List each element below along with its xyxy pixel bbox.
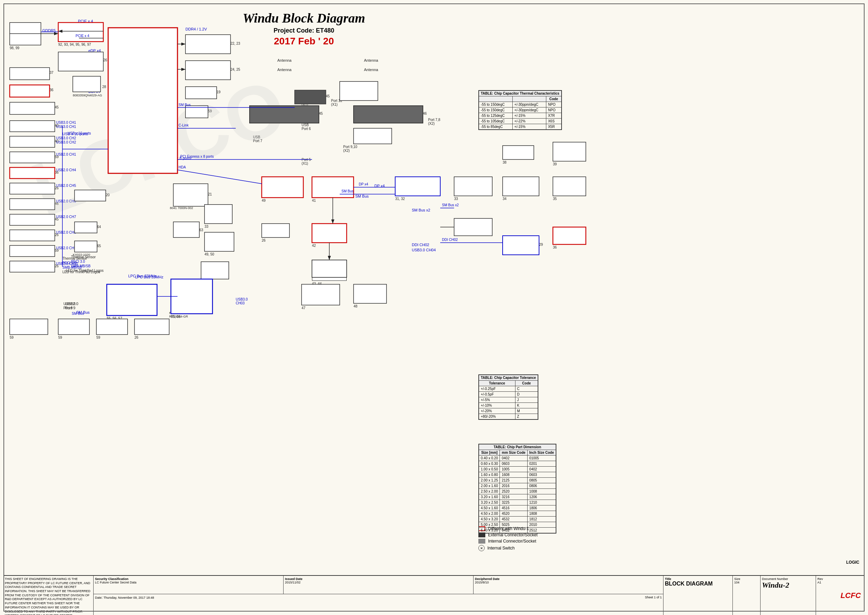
th-h2 <box>512 96 546 102</box>
intel-gbe-box: Intel GbE PHY JACKSONVILLE <box>312 177 354 198</box>
pd-r5c2: 2125 <box>500 478 527 483</box>
spi-tbt-box: SPI Flash TBT 4M <box>454 219 492 236</box>
usb30-2-box: USB3.0 AOU (USB2) <box>10 136 55 147</box>
th-r5c3: X5R <box>546 124 561 130</box>
usb-typec-right-port: 36 <box>553 245 557 249</box>
wigig-port: 45 <box>55 105 59 109</box>
pd-r1c3: 01005 <box>527 456 556 461</box>
mic-head-label: Microphone <box>208 236 230 242</box>
sm-bus-alpine: SM Bus <box>355 194 369 198</box>
pd-r3c2: 1005 <box>500 467 527 472</box>
svg-line-78 <box>178 170 262 184</box>
date-row: Date: Thursday, November 09, 2017 18:48 … <box>94 594 663 615</box>
lpc-bus-ann: LPC Bus 33MHz <box>135 275 163 279</box>
disclaimer-text: THIS SHEET OF ENGINEERING DRAWING IS THE… <box>5 577 92 615</box>
port-12-x1: Port 12(X1) <box>331 99 342 106</box>
usb-p6: USBPort 6 <box>301 123 311 131</box>
microsim-label: Micro SIM <box>364 131 381 136</box>
issued-val: 2015/11/02 <box>285 581 472 584</box>
ct-r1c1: +/-0.25pF <box>479 386 515 392</box>
usb20-2d-label: USB2.0 2D Camera <box>14 233 51 238</box>
svg-text:SM Bus x2: SM Bus x2 <box>442 203 459 207</box>
sbu-sw-id: TI TPS65988 <box>510 187 531 191</box>
title-cell: Title BLOCK DIAGRAM <box>663 576 733 615</box>
ddi-ch02: DDI CH02 <box>412 243 429 247</box>
int-mic-port: 26 <box>262 239 265 242</box>
usb-typec-top-box: USBTYPE-C <box>10 85 50 97</box>
clickpad-label: ClickPad <box>66 324 82 330</box>
keyboard-port: 59 <box>96 336 100 339</box>
page: LCFCO Windu Block Diagram Project Code: … <box>0 0 868 615</box>
usb30-ch2: USB3.0 CH2 <box>56 136 76 140</box>
cap-tol-h1: Tolerance <box>479 381 515 386</box>
intel-gbe-port: 41 <box>312 199 316 203</box>
ct-r4c1: +/-10% <box>479 403 515 408</box>
mic-head-ports: 49, 50 <box>205 252 214 256</box>
peci-ann: PECI 3.0 <box>62 261 76 265</box>
legend-int: Internal Connector/Socket <box>478 539 538 543</box>
port-7-8: Port 7,8(X2) <box>428 118 440 125</box>
lenovo-label2: ASIC <box>187 293 197 299</box>
lenovo-id: Realtek <box>169 311 180 315</box>
pd-r10c2: 4516 <box>500 506 527 511</box>
g-sensor-port: 65 <box>97 244 101 248</box>
antenna-1: Antenna <box>277 68 292 72</box>
usb20-ch6: USB2.0 CH6 <box>56 199 76 203</box>
hda-ann: HDA <box>154 169 162 173</box>
hdmi-port: 37 <box>50 71 53 75</box>
sbu-sw-box: SBU SW TI TPS65988 <box>503 177 539 196</box>
lenovo-id2: RTS5344-GR <box>169 315 188 318</box>
security-cell: Security Classification LC Future Center… <box>94 576 284 594</box>
usb20-ir-box: USB2.0 IR Camera <box>10 183 55 194</box>
pd-r8c2: 3216 <box>500 494 527 500</box>
g-sensor-box: G-Sensor <box>75 241 97 252</box>
th-r4c1: -55 to 105degC <box>479 119 513 124</box>
pd-h2: mm Size Code <box>500 450 527 456</box>
th-r2c2: +/-30ppm/degC <box>512 108 546 113</box>
hdd-conn-label: HDD CONN <box>559 147 579 151</box>
cpu-sub2: Kaby Lake <box>127 91 158 99</box>
ddr4-b-ports: 24, 25 <box>231 68 240 72</box>
pd-r3c3: 0402 <box>527 467 556 472</box>
c-link-ann: C-Link <box>154 128 165 132</box>
info-cells: Security Classification LC Future Center… <box>94 576 663 615</box>
vram-label: VRAM <box>19 25 32 31</box>
th-r2c3: NPO <box>546 108 561 113</box>
int-symbol <box>478 539 485 543</box>
spi-label: SPI Flash <box>182 187 200 193</box>
doc-cell: Document Number Windu-2 <box>760 576 816 615</box>
usb-typec-port: 36 <box>50 88 53 92</box>
chan-a: Channel A <box>154 39 172 43</box>
th-r4c2: +/-22% <box>512 119 546 124</box>
gddr5-label: GDDR5 <box>42 28 56 33</box>
dp-x4-ann: DP x4 <box>375 184 385 188</box>
usb-typec-top-label: USBTYPE-C <box>22 86 37 96</box>
lcd-port: 26 <box>103 58 107 62</box>
sheet-label: Sheet <box>645 596 653 599</box>
hdd-port: 39 <box>553 162 557 166</box>
usb30-2-label: USB3.0 AOU (USB2) <box>13 139 52 145</box>
lenovo-asic-box: Lenovo ASIC ThinkEngine <box>171 279 212 314</box>
mm-ctrl-sub: Controller <box>312 295 329 300</box>
keyboard-label: Keyboard <box>103 324 121 330</box>
ct-r5c2: M <box>515 408 538 414</box>
bottom-bar: THIS SHEET OF ENGINEERING DRAWING IS THE… <box>3 575 865 615</box>
ct-r2c1: +/-0.5pF <box>479 392 515 397</box>
title-cell-label: Title <box>665 577 731 581</box>
usb2-port9: USB2.0Port 9 <box>65 301 78 310</box>
sm-bus-x2: SM Bus x2 <box>412 208 430 212</box>
doc-label: Document Number <box>762 577 814 581</box>
size-cell: Size 104 <box>733 576 760 615</box>
th-r2c1: -55 to 150degC <box>479 108 513 113</box>
part-dim-table: TABLE: Chip Part Dimension Size [mm] mm … <box>478 444 556 534</box>
mic-head-sub: Headphone <box>208 242 230 248</box>
usb30-ch1b: USB3.0 CH1 <box>56 125 76 129</box>
m2-wwan-port: 46 <box>423 112 427 116</box>
sheets-val: 1 <box>660 596 662 599</box>
redriver-box: Re-Driver <box>503 145 534 159</box>
redriver-port: 38 <box>503 161 506 164</box>
pd-r4c1: 1.60 x 0.80 <box>479 472 500 478</box>
mec-label1: Embedded <box>122 292 142 297</box>
mec-label2: Controller <box>123 297 141 303</box>
ct-r3c1: +/-5% <box>479 397 515 403</box>
